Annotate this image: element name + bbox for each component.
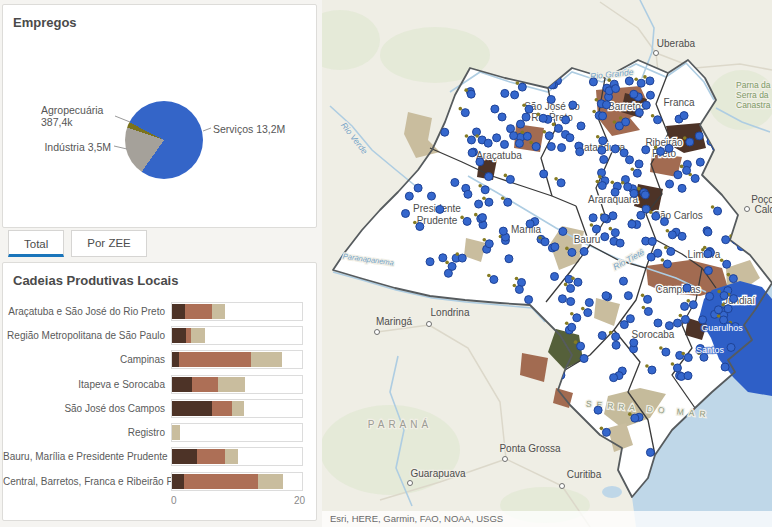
municipality-dot[interactable] bbox=[518, 83, 526, 91]
municipality-dot[interactable] bbox=[601, 233, 609, 241]
municipality-dot[interactable] bbox=[402, 209, 410, 217]
municipality-dot[interactable] bbox=[624, 183, 632, 191]
municipality-dot[interactable] bbox=[730, 295, 738, 303]
municipality-dot[interactable] bbox=[485, 198, 493, 206]
municipality-dot[interactable] bbox=[568, 323, 576, 331]
municipality-dot[interactable] bbox=[660, 218, 668, 226]
bar-segment-segment-dark-brown[interactable] bbox=[172, 304, 185, 319]
municipality-dot[interactable] bbox=[626, 156, 634, 164]
municipality-dot[interactable] bbox=[522, 113, 530, 121]
municipality-dot[interactable] bbox=[721, 363, 729, 371]
municipality-dot-olive[interactable] bbox=[631, 167, 635, 171]
municipality-dot[interactable] bbox=[635, 109, 643, 117]
municipality-dot[interactable] bbox=[547, 143, 555, 151]
tab-por-zee[interactable]: Por ZEE bbox=[71, 230, 146, 257]
bar-segment-segment-medium-brown[interactable] bbox=[184, 474, 257, 489]
municipality-dot-olive[interactable] bbox=[666, 229, 670, 233]
municipality-dot[interactable] bbox=[662, 348, 670, 356]
municipality-dot[interactable] bbox=[481, 186, 489, 194]
municipality-dot[interactable] bbox=[610, 374, 618, 382]
municipality-dot[interactable] bbox=[704, 267, 712, 275]
municipality-dot[interactable] bbox=[541, 238, 549, 246]
municipality-dot[interactable] bbox=[678, 184, 686, 192]
municipality-dot[interactable] bbox=[525, 296, 533, 304]
municipality-dot[interactable] bbox=[598, 332, 606, 340]
municipality-dot[interactable] bbox=[619, 277, 627, 285]
municipality-dot[interactable] bbox=[642, 101, 650, 109]
map-canvas[interactable]: São José doRio PretoCatanduvaAraçatubaBa… bbox=[322, 0, 772, 527]
municipality-dot-olive[interactable] bbox=[595, 98, 599, 102]
municipality-dot[interactable] bbox=[467, 136, 475, 144]
municipality-dot-olive[interactable] bbox=[686, 299, 690, 303]
municipality-dot[interactable] bbox=[554, 124, 562, 132]
municipality-dot[interactable] bbox=[558, 144, 566, 152]
bar-segment-segment-tan[interactable] bbox=[251, 352, 283, 367]
municipality-dot-olive[interactable] bbox=[645, 364, 649, 368]
municipality-dot[interactable] bbox=[592, 225, 600, 233]
municipality-dot[interactable] bbox=[683, 166, 691, 174]
municipality-dot[interactable] bbox=[644, 307, 652, 315]
municipality-dot[interactable] bbox=[611, 188, 619, 196]
municipality-dot-olive[interactable] bbox=[592, 110, 596, 114]
municipality-dot[interactable] bbox=[695, 132, 703, 140]
municipality-dot[interactable] bbox=[551, 243, 559, 251]
municipality-dot[interactable] bbox=[625, 77, 633, 85]
municipality-dot[interactable] bbox=[704, 250, 712, 258]
municipality-dot[interactable] bbox=[426, 258, 434, 266]
municipality-dot[interactable] bbox=[589, 214, 597, 222]
municipality-dot-olive[interactable] bbox=[455, 252, 459, 256]
municipality-dot[interactable] bbox=[620, 149, 628, 157]
municipality-dot[interactable] bbox=[547, 96, 555, 104]
municipality-dot-olive[interactable] bbox=[564, 283, 568, 287]
map-svg[interactable]: São José doRio PretoCatanduvaAraçatubaBa… bbox=[322, 0, 772, 527]
municipality-dot[interactable] bbox=[681, 315, 689, 323]
municipality-dot[interactable] bbox=[663, 260, 671, 268]
municipality-dot[interactable] bbox=[665, 322, 673, 330]
municipality-dot-olive[interactable] bbox=[637, 187, 641, 191]
municipality-dot[interactable] bbox=[584, 309, 592, 317]
municipality-dot-olive[interactable] bbox=[482, 238, 486, 242]
municipality-dot[interactable] bbox=[637, 79, 645, 87]
municipality-dot-olive[interactable] bbox=[654, 146, 658, 150]
municipality-dot-olive[interactable] bbox=[711, 205, 715, 209]
municipality-dot[interactable] bbox=[624, 292, 632, 300]
municipality-dot[interactable] bbox=[599, 112, 607, 120]
municipality-dot[interactable] bbox=[612, 85, 620, 93]
municipality-dot[interactable] bbox=[723, 260, 731, 268]
municipality-dot[interactable] bbox=[674, 171, 682, 179]
municipality-dot-olive[interactable] bbox=[536, 112, 540, 116]
municipality-dot-olive[interactable] bbox=[459, 107, 463, 111]
municipality-dot[interactable] bbox=[539, 114, 547, 122]
municipality-dot[interactable] bbox=[490, 276, 498, 284]
municipality-dot[interactable] bbox=[566, 134, 574, 142]
municipality-dot[interactable] bbox=[574, 278, 582, 286]
municipality-dot-olive[interactable] bbox=[598, 175, 602, 179]
municipality-dot[interactable] bbox=[577, 342, 585, 350]
municipality-dot[interactable] bbox=[458, 254, 466, 262]
bar-segment-segment-tan[interactable] bbox=[218, 377, 245, 392]
municipality-dot[interactable] bbox=[475, 200, 483, 208]
municipality-dot[interactable] bbox=[612, 341, 620, 349]
municipality-dot[interactable] bbox=[439, 254, 447, 262]
municipality-dot[interactable] bbox=[501, 89, 509, 97]
municipality-dot[interactable] bbox=[654, 249, 662, 257]
municipality-dot[interactable] bbox=[646, 448, 654, 456]
municipality-dot[interactable] bbox=[681, 302, 689, 310]
municipality-dot-olive[interactable] bbox=[721, 303, 725, 307]
municipality-dot[interactable] bbox=[642, 146, 650, 154]
municipality-dot[interactable] bbox=[532, 143, 540, 151]
employment-pie-chart[interactable] bbox=[125, 101, 203, 179]
municipality-dot[interactable] bbox=[667, 247, 675, 255]
municipality-dot-olive[interactable] bbox=[600, 427, 604, 431]
bar-segment-segment-tan[interactable] bbox=[191, 328, 205, 343]
municipality-dot-olive[interactable] bbox=[570, 312, 574, 316]
municipality-dot-olive[interactable] bbox=[590, 223, 594, 227]
municipality-dot[interactable] bbox=[622, 118, 630, 126]
municipality-dot[interactable] bbox=[540, 170, 548, 178]
municipality-dot[interactable] bbox=[515, 139, 523, 147]
municipality-dot-olive[interactable] bbox=[522, 103, 526, 107]
municipality-dot[interactable] bbox=[485, 240, 493, 248]
municipality-dot-olive[interactable] bbox=[574, 340, 578, 344]
municipality-dot[interactable] bbox=[620, 321, 628, 329]
tab-total[interactable]: Total bbox=[8, 230, 64, 257]
